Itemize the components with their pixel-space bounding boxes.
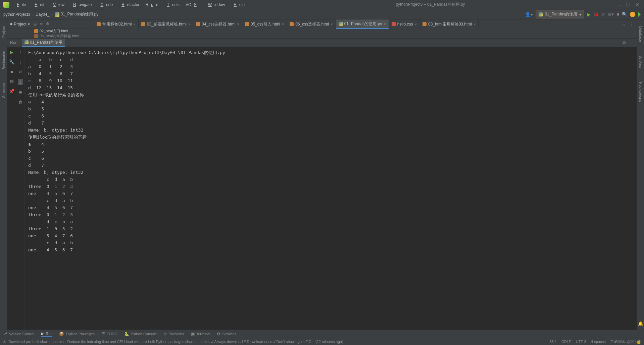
run-config-selector[interactable]: 01_Pandas的使用 ▾ <box>536 10 584 18</box>
up-icon[interactable]: ↑ <box>19 50 21 55</box>
titlebar: File Edit View Navigate Code Refactor Ru… <box>0 0 644 9</box>
coverage-icon[interactable]: ⟳ <box>601 12 605 17</box>
toolwin-version-control[interactable]: ⎇Version Control <box>3 332 34 336</box>
tree-file[interactable]: 03_html的常用标签.html <box>34 34 637 38</box>
pin-icon[interactable]: 📌 <box>9 89 14 94</box>
menu-code[interactable]: Code <box>95 1 115 8</box>
menu-help[interactable]: Help <box>228 1 247 8</box>
close-icon[interactable]: ✕ <box>635 2 639 7</box>
trash-icon[interactable]: 🗑 <box>18 100 22 105</box>
tab-file[interactable]: 03_html常用标签03.html× <box>420 19 479 29</box>
expand-icon[interactable]: ≡ <box>40 21 43 27</box>
breadcrumb-file[interactable]: 01_Pandas的使用.py <box>55 11 98 17</box>
minimize-icon[interactable]: — <box>617 2 622 7</box>
toolwin-problems[interactable]: ⊘Problems <box>163 332 184 336</box>
toolwin-terminal[interactable]: ▣Terminal <box>191 332 210 336</box>
user-icon[interactable]: 👤▾ <box>525 12 533 17</box>
python-icon: 🐍 <box>124 332 129 336</box>
stop-icon[interactable]: ■ <box>616 12 619 17</box>
ide-updates-icon[interactable] <box>638 12 641 17</box>
close-tab-icon[interactable]: × <box>331 22 333 26</box>
tab-file[interactable]: 05_css引入.html× <box>242 19 287 29</box>
gear-icon[interactable]: ⚙ <box>622 40 626 45</box>
toolwin-todo[interactable]: ☰TODO <box>101 332 117 336</box>
navbar: pythonProject3 › Day04_ › 01_Pandas的使用.p… <box>0 9 644 19</box>
close-tab-icon[interactable]: × <box>384 22 386 26</box>
toolwin-python-packages[interactable]: 📦Python Packages <box>59 332 95 336</box>
close-tab-icon[interactable]: × <box>237 22 239 26</box>
rail-structure[interactable]: Structure <box>2 83 6 98</box>
encoding[interactable]: UTF-8 <box>576 340 586 344</box>
breadcrumb-project[interactable]: pythonProject3 <box>3 12 30 17</box>
rail-notifications[interactable]: Notifications <box>639 82 643 102</box>
run-tab[interactable]: 01_Pandas的使用 <box>22 39 65 47</box>
menu-window[interactable]: Window <box>203 1 228 8</box>
tab-file[interactable]: 常用标签02.html× <box>94 19 139 29</box>
toolbar-right: 👤▾ 01_Pandas的使用 ▾ ▶ 🐞 ⟳ ⊙▾ ■ 🔍 <box>525 10 641 18</box>
tabs-dropdown-icon[interactable]: ⌄ <box>623 22 626 27</box>
python-icon <box>24 40 29 44</box>
status-message[interactable]: ⓘ Download pre-built shared indexes: Red… <box>3 339 550 344</box>
caret-position[interactable]: 33:1 <box>550 340 557 344</box>
indent[interactable]: 4 spaces <box>591 340 606 344</box>
window-title: pythonProject3 – 01_Pandas的使用.py <box>247 2 613 7</box>
select-target-icon[interactable]: ⊕ <box>33 21 37 27</box>
menu-view[interactable]: View <box>48 1 67 8</box>
close-tab-icon[interactable]: × <box>133 22 135 26</box>
tree-file[interactable]: 02_html入门.html <box>34 29 637 34</box>
soft-wrap-icon[interactable]: ⏎ <box>18 69 22 74</box>
branch-icon: ⎇ <box>3 332 7 336</box>
collapse-icon[interactable]: ≚ <box>46 21 50 27</box>
line-ending[interactable]: CRLF <box>561 340 571 344</box>
run-config-name: 01_Pandas的使用 <box>545 11 577 17</box>
terminal-icon: ▣ <box>191 332 195 336</box>
breadcrumb-folder[interactable]: Day04_ <box>36 12 49 17</box>
scroll-to-end-icon[interactable]: ⤓ <box>18 79 23 85</box>
down-icon[interactable]: ↓ <box>19 59 21 64</box>
toolwin-run[interactable]: ▶Run <box>41 331 52 337</box>
print-icon[interactable]: 🖶 <box>18 90 22 95</box>
menu-run[interactable]: Run <box>143 1 161 8</box>
tab-file[interactable]: 03_前端常见标签.html× <box>139 19 193 29</box>
project-tree-visible: 02_html入门.html 03_html的常用标签.html <box>7 29 637 38</box>
hide-icon[interactable]: — <box>630 40 634 45</box>
profile-icon[interactable]: ⊙▾ <box>608 12 614 17</box>
toolwin-python-console[interactable]: 🐍Python Console <box>124 332 157 336</box>
wrench-icon[interactable]: 🔧 <box>9 59 14 64</box>
run-body: ▶ 🔧 ■ ⊞ 📌 ↑ ↓ ⏎ ⤓ 🖶 🗑 E:\Anaconda\python… <box>7 47 637 330</box>
close-tab-icon[interactable]: × <box>282 22 284 26</box>
tab-file[interactable]: hello.css× <box>389 19 420 29</box>
rail-database[interactable]: Database <box>639 26 643 42</box>
main-area: Project Bookmarks Structure ■ Project ▾ … <box>0 19 644 330</box>
menu-refactor[interactable]: Refactor <box>116 1 142 8</box>
tab-file[interactable]: 04_css选择器.html× <box>193 19 242 29</box>
run-button[interactable]: ▶ <box>587 12 591 17</box>
maximize-icon[interactable]: ❐ <box>626 2 631 7</box>
play-icon: ▶ <box>41 331 44 336</box>
close-tab-icon[interactable]: × <box>415 22 417 26</box>
code-with-me-icon[interactable] <box>630 12 635 17</box>
close-tab-icon[interactable]: × <box>474 22 476 26</box>
close-tab-icon[interactable]: × <box>188 22 190 26</box>
bell-icon[interactable]: 🔔 <box>638 321 643 326</box>
tabs-more-icon[interactable]: ⋮ <box>629 22 633 27</box>
rail-bookmarks[interactable]: Bookmarks <box>2 51 6 69</box>
layout-icon[interactable]: ⊞ <box>10 79 14 84</box>
rerun-icon[interactable]: ▶ <box>10 50 13 55</box>
search-icon[interactable]: 🔍 <box>622 12 627 17</box>
project-label[interactable]: ■ Project ▾ <box>10 22 30 27</box>
menu-vcs[interactable]: VCS <box>183 1 202 8</box>
rail-sciview[interactable]: SciView <box>639 55 643 68</box>
menu-navigate[interactable]: Navigate <box>68 1 94 8</box>
console-output[interactable]: E:\Anaconda\python.exe C:\Users\zjl\pyth… <box>25 47 637 330</box>
tab-file-active[interactable]: 01_Pandas的使用.py× <box>336 19 389 29</box>
menu-tools[interactable]: Tools <box>162 1 182 8</box>
rail-project[interactable]: Project <box>2 26 6 38</box>
tab-file[interactable]: 06_css选择器.html× <box>287 19 336 29</box>
stop-icon[interactable]: ■ <box>10 69 13 74</box>
menu-file[interactable]: File <box>11 1 29 8</box>
debug-button[interactable]: 🐞 <box>593 12 599 17</box>
run-side-secondary: ↑ ↓ ⏎ ⤓ 🖶 🗑 <box>16 47 25 330</box>
toolwin-services[interactable]: ⚙Services <box>217 332 236 336</box>
menu-edit[interactable]: Edit <box>29 1 47 8</box>
